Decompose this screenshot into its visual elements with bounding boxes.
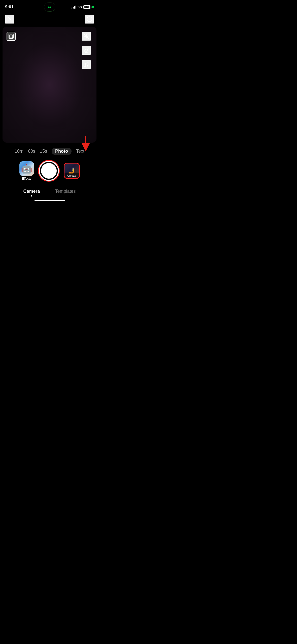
battery-icon: 87	[83, 5, 90, 9]
shutter-red-box	[38, 160, 60, 182]
camera-left-controls	[7, 32, 16, 41]
dynamic-island: ∞	[44, 3, 55, 12]
refresh-icon	[86, 16, 93, 23]
close-button[interactable]: ✕	[5, 15, 14, 24]
app-logo-icon: ∞	[48, 5, 51, 9]
svg-point-4	[85, 49, 88, 52]
tab-templates[interactable]: Templates	[55, 189, 76, 197]
status-bar: 9:01 ∞ 5G 87	[0, 0, 99, 13]
duration-text[interactable]: Text	[76, 149, 84, 154]
upload-button[interactable]: 🤳 Upload	[64, 164, 79, 178]
network-label: 5G	[78, 5, 82, 9]
svg-point-6	[87, 48, 88, 48]
duration-photo[interactable]: Photo	[52, 148, 72, 155]
active-indicator	[92, 6, 94, 8]
beauty-icon	[83, 47, 90, 54]
upload-wrapper: 🤳 Upload	[64, 163, 80, 179]
battery-percent: 87	[85, 6, 88, 9]
shutter-inner-circle	[41, 163, 57, 179]
svg-point-8	[87, 65, 88, 67]
shutter-wrapper	[38, 160, 60, 182]
music-icon	[83, 61, 90, 68]
duration-selector: 10m 60s 15s Photo Text	[0, 144, 99, 157]
top-controls: ✕	[0, 13, 99, 26]
svg-line-9	[86, 63, 88, 63]
svg-point-5	[88, 48, 89, 49]
music-button[interactable]	[82, 60, 91, 69]
refresh-button[interactable]	[85, 15, 94, 24]
camera-tab-label: Camera	[23, 189, 40, 194]
signal-icon	[72, 6, 76, 9]
gallery-icon	[9, 34, 14, 39]
status-right: 5G 87	[72, 5, 94, 9]
active-dot	[31, 195, 32, 197]
camera-side-controls	[82, 32, 91, 69]
tab-camera[interactable]: Camera	[23, 189, 40, 197]
templates-tab-label: Templates	[55, 189, 76, 194]
svg-rect-1	[10, 35, 13, 38]
upload-red-box: 🤳 Upload	[64, 163, 80, 179]
dynamic-island-pill: ∞	[44, 3, 55, 12]
flash-icon	[83, 33, 90, 40]
effects-thumbnail: 🤖	[19, 161, 34, 176]
effects-label: Effects	[22, 177, 31, 180]
duration-10m[interactable]: 10m	[15, 149, 23, 154]
bottom-nav: Camera Templates	[0, 186, 99, 198]
status-time: 9:01	[5, 5, 14, 10]
flash-button[interactable]	[82, 32, 91, 41]
bottom-controls: 🤖 Effects 🤳 Upload	[0, 157, 99, 186]
camera-tab-indicator	[23, 195, 40, 197]
effects-button[interactable]: 🤖 Effects	[19, 161, 34, 180]
duration-15s[interactable]: 15s	[40, 149, 47, 154]
camera-viewport	[3, 27, 96, 143]
upload-label-container: Upload	[64, 173, 79, 178]
upload-label: Upload	[67, 174, 76, 177]
svg-point-7	[84, 66, 86, 67]
home-indicator	[0, 198, 99, 204]
shutter-button[interactable]	[39, 161, 59, 181]
gallery-thumbnail[interactable]	[7, 32, 16, 41]
duration-60s[interactable]: 60s	[28, 149, 35, 154]
home-bar	[35, 200, 65, 201]
beauty-button[interactable]	[82, 46, 91, 55]
